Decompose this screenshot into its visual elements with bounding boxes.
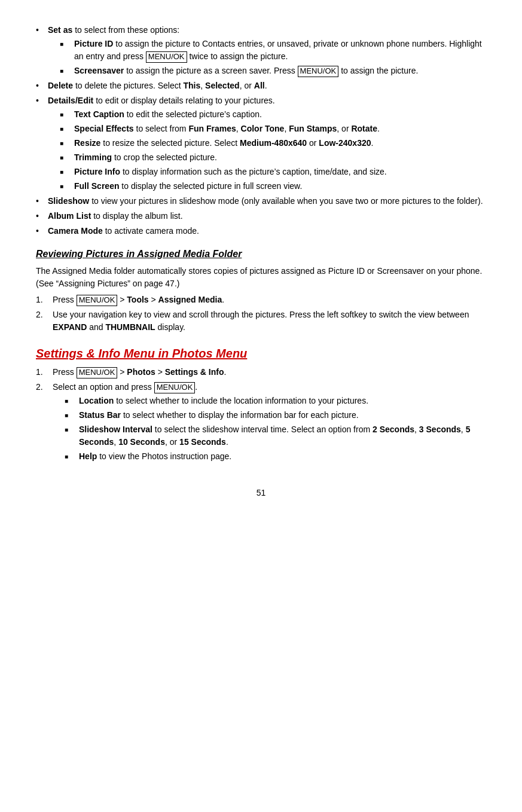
- reviewing-section: Reviewing Pictures in Assigned Media Fol…: [36, 247, 486, 334]
- screensaver-text: to assign the picture as a screen saver.…: [126, 66, 297, 75]
- sub-item-screensaver: Screensaver to assign the picture as a s…: [60, 65, 486, 77]
- camera-mode-text: to activate camera mode.: [105, 226, 199, 236]
- slideshow-label: Slideshow: [48, 196, 89, 206]
- set-as-sub-list: Picture ID to assign the picture to Cont…: [60, 38, 486, 77]
- list-item-camera-mode: Camera Mode to activate camera mode.: [36, 225, 486, 237]
- camera-mode-label: Camera Mode: [48, 226, 103, 236]
- delete-label: Delete: [48, 81, 73, 90]
- screensaver-label: Screensaver: [74, 66, 124, 75]
- settings-step-2-num: 2.: [36, 381, 50, 393]
- sub-item-special-effects: Special Effects to select from Fun Frame…: [60, 123, 486, 135]
- album-list-label: Album List: [48, 211, 91, 221]
- album-list-text: to display the album list.: [93, 211, 182, 221]
- menu-ok-box-3: MENU/OK: [77, 295, 118, 306]
- menu-ok-box-4: MENU/OK: [77, 367, 118, 378]
- trimming-label: Trimming: [74, 152, 112, 162]
- reviewing-steps: 1. Press MENU/OK > Tools > Assigned Medi…: [36, 294, 486, 334]
- help-label: Help: [79, 451, 97, 461]
- list-item-album-list: Album List to display the album list.: [36, 210, 486, 222]
- step-2-num: 2.: [36, 309, 50, 321]
- resize-text: to resize the selected picture. Select M…: [103, 138, 373, 148]
- slideshow-text: to view your pictures in slideshow mode …: [91, 196, 483, 206]
- sub-item-location: Location to select whether to include th…: [65, 395, 486, 407]
- list-item-details-edit: Details/Edit to edit or display details …: [36, 94, 486, 193]
- sub-item-resize: Resize to resize the selected picture. S…: [60, 137, 486, 149]
- picture-id-text2: twice to assign the picture.: [189, 51, 288, 61]
- settings-step-2-text: Select an option and press MENU/OK.: [53, 382, 197, 392]
- list-item-delete: Delete to delete the pictures. Select Th…: [36, 80, 486, 92]
- sub-item-picture-info: Picture Info to display information such…: [60, 166, 486, 178]
- settings-section: Settings & Info Menu in Photos Menu 1. P…: [36, 344, 486, 463]
- settings-steps: 1. Press MENU/OK > Photos > Settings & I…: [36, 366, 486, 463]
- settings-sub-list: Location to select whether to include th…: [65, 395, 486, 463]
- step-1-text: Press MENU/OK > Tools > Assigned Media.: [53, 295, 224, 304]
- step-1-num: 1.: [36, 294, 50, 306]
- status-bar-label: Status Bar: [79, 410, 121, 420]
- reviewing-step-1: 1. Press MENU/OK > Tools > Assigned Medi…: [36, 294, 486, 306]
- text-caption-label: Text Caption: [74, 109, 124, 119]
- settings-step-1-text: Press MENU/OK > Photos > Settings & Info…: [53, 367, 226, 377]
- text-caption-text: to edit the selected picture’s caption.: [127, 109, 262, 119]
- help-text: to view the Photos instruction page.: [99, 451, 231, 461]
- settings-step-1: 1. Press MENU/OK > Photos > Settings & I…: [36, 366, 486, 378]
- settings-step-1-num: 1.: [36, 366, 50, 378]
- reviewing-section-title: Reviewing Pictures in Assigned Media Fol…: [36, 247, 486, 261]
- sub-item-status-bar: Status Bar to select whether to display …: [65, 409, 486, 422]
- menu-ok-box-5: MENU/OK: [154, 382, 196, 393]
- reviewing-intro: The Assigned Media folder automatically …: [36, 265, 486, 290]
- sub-item-text-caption: Text Caption to edit the selected pictur…: [60, 108, 486, 121]
- menu-ok-box-1: MENU/OK: [146, 51, 187, 63]
- trimming-text: to crop the selected picture.: [114, 152, 217, 162]
- picture-info-label: Picture Info: [74, 167, 120, 176]
- sub-item-trimming: Trimming to crop the selected picture.: [60, 151, 486, 164]
- picture-info-text: to display information such as the pictu…: [123, 167, 387, 176]
- special-effects-text: to select from Fun Frames, Color Tone, F…: [136, 124, 380, 133]
- sub-item-picture-id: Picture ID to assign the picture to Cont…: [60, 38, 486, 63]
- slideshow-interval-label: Slideshow Interval: [79, 425, 152, 434]
- list-item-set-as: Set as to select from these options: Pic…: [36, 24, 486, 77]
- details-edit-sub-list: Text Caption to edit the selected pictur…: [60, 108, 486, 193]
- location-label: Location: [79, 396, 114, 405]
- resize-label: Resize: [74, 138, 100, 148]
- sub-item-slideshow-interval: Slideshow Interval to select the slidesh…: [65, 423, 486, 448]
- status-bar-text: to select whether to display the informa…: [123, 410, 359, 420]
- settings-step-2: 2. Select an option and press MENU/OK. L…: [36, 381, 486, 463]
- step-2-text: Use your navigation key to view and scro…: [53, 310, 469, 332]
- full-screen-text: to display the selected picture in full …: [121, 181, 302, 191]
- details-edit-text: to edit or display details relating to y…: [96, 96, 275, 105]
- reviewing-step-2: 2. Use your navigation key to view and s…: [36, 309, 486, 334]
- full-screen-label: Full Screen: [74, 181, 119, 191]
- menu-ok-box-2: MENU/OK: [298, 66, 339, 77]
- picture-id-label: Picture ID: [74, 39, 113, 48]
- set-as-label: Set as to select from these options:: [48, 25, 179, 35]
- settings-section-title: Settings & Info Menu in Photos Menu: [36, 344, 486, 362]
- screensaver-text2: to assign the picture.: [341, 66, 418, 75]
- list-item-slideshow: Slideshow to view your pictures in slide…: [36, 195, 486, 207]
- page-content: Set as to select from these options: Pic…: [36, 24, 486, 499]
- page-number: 51: [36, 487, 486, 499]
- details-edit-label: Details/Edit: [48, 96, 93, 105]
- reviewing-intro-text: The Assigned Media folder automatically …: [36, 266, 482, 288]
- sub-item-full-screen: Full Screen to display the selected pict…: [60, 180, 486, 193]
- main-bullet-list: Set as to select from these options: Pic…: [36, 24, 486, 237]
- delete-text: to delete the pictures. Select This, Sel…: [75, 81, 267, 90]
- sub-item-help: Help to view the Photos instruction page…: [65, 450, 486, 463]
- location-text: to select whether to include the locatio…: [116, 396, 368, 405]
- special-effects-label: Special Effects: [74, 124, 134, 133]
